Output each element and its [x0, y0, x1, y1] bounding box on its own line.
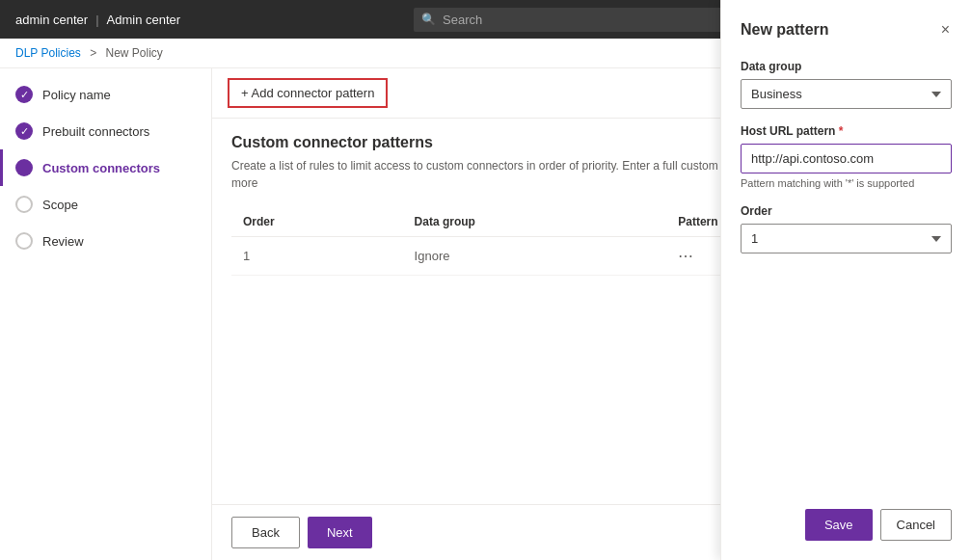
host-url-field: Host URL pattern * Pattern matching with… — [741, 124, 952, 189]
sidebar-check-prebuilt: ✓ — [15, 122, 33, 140]
breadcrumb-parent[interactable]: DLP Policies — [15, 46, 81, 60]
sidebar-circle-scope — [15, 196, 33, 213]
sidebar-item-scope[interactable]: Scope — [0, 186, 211, 223]
order-select[interactable]: 1 2 3 — [741, 224, 952, 253]
breadcrumb-separator: > — [90, 46, 96, 60]
panel-footer: Save Cancel — [741, 509, 952, 541]
sidebar-dot-custom — [15, 159, 33, 176]
sidebar-label-prebuilt: Prebuilt connectors — [42, 124, 149, 139]
sidebar-item-custom-connectors[interactable]: Custom connectors — [0, 149, 211, 186]
topbar-separator: | — [95, 13, 98, 27]
search-bar[interactable]: 🔍 — [414, 8, 722, 32]
sidebar-label-review: Review — [42, 234, 84, 249]
add-connector-button[interactable]: + Add connector pattern — [228, 78, 388, 108]
host-url-input[interactable] — [741, 144, 952, 173]
sidebar: ✓ Policy name ✓ Prebuilt connectors Cust… — [0, 68, 212, 560]
panel-header: New pattern × — [741, 19, 952, 40]
sidebar-check-policy-name: ✓ — [15, 86, 33, 103]
back-button[interactable]: Back — [231, 517, 300, 548]
cancel-button[interactable]: Cancel — [880, 509, 952, 541]
cell-order: 1 — [231, 237, 403, 276]
cell-data-group: Ignore — [403, 237, 667, 276]
breadcrumb-current: New Policy — [106, 46, 163, 60]
save-button[interactable]: Save — [805, 509, 873, 541]
data-group-select[interactable]: Business No Business Justification Ignor… — [741, 79, 952, 109]
next-button[interactable]: Next — [308, 517, 372, 548]
data-group-field: Data group Business No Business Justific… — [741, 60, 952, 109]
search-input[interactable] — [414, 8, 722, 32]
panel-close-button[interactable]: × — [939, 19, 952, 40]
sidebar-label-policy-name: Policy name — [42, 88, 111, 102]
data-group-label: Data group — [741, 60, 952, 73]
topbar-section: Admin center — [107, 13, 181, 27]
sidebar-label-scope: Scope — [42, 198, 78, 212]
col-data-group: Data group — [403, 207, 667, 237]
sidebar-item-review[interactable]: Review — [0, 223, 211, 259]
host-url-hint: Pattern matching with '*' is supported — [741, 177, 952, 189]
sidebar-label-custom: Custom connectors — [42, 161, 160, 175]
sidebar-item-prebuilt-connectors[interactable]: ✓ Prebuilt connectors — [0, 113, 211, 149]
new-pattern-panel: New pattern × Data group Business No Bus… — [720, 0, 971, 560]
panel-title: New pattern — [741, 21, 829, 39]
host-url-label: Host URL pattern * — [741, 124, 952, 138]
topbar-app-name: admin center — [15, 13, 88, 27]
required-star: * — [839, 124, 844, 138]
search-icon: 🔍 — [421, 13, 436, 26]
order-label: Order — [741, 204, 952, 218]
order-field: Order 1 2 3 — [741, 204, 952, 253]
col-order: Order — [231, 207, 403, 237]
sidebar-circle-review — [15, 232, 33, 250]
sidebar-item-policy-name[interactable]: ✓ Policy name — [0, 76, 211, 113]
